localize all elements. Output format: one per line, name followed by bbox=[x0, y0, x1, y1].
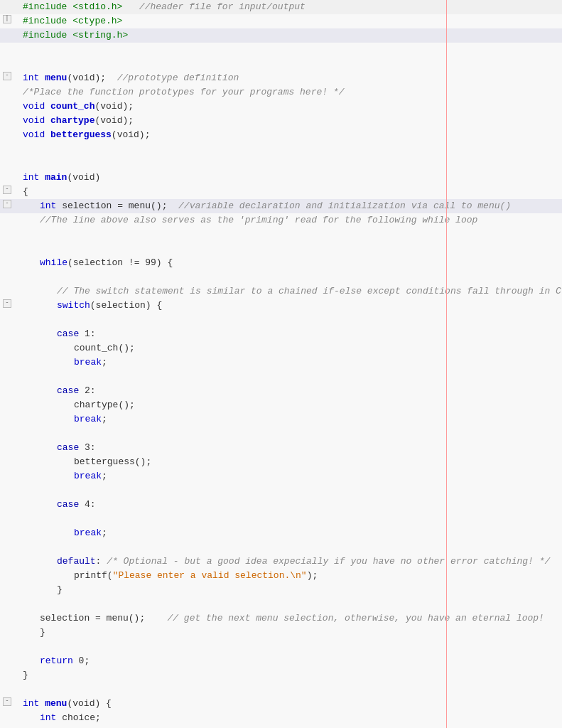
gutter-40 bbox=[0, 555, 14, 555]
line-content-10: void betterguess(void); bbox=[23, 128, 555, 142]
code-line-16: //The line above also serves as the 'pri… bbox=[0, 213, 562, 228]
plain-text: (selection) { bbox=[90, 300, 162, 311]
line-content-7: /*Place the function prototypes for your… bbox=[23, 85, 555, 100]
line-content-47: return 0; bbox=[23, 654, 555, 668]
keyword: int bbox=[40, 712, 56, 723]
line-content-48: } bbox=[23, 668, 555, 682]
function-name: betterguess bbox=[50, 129, 112, 140]
function-name: chartype bbox=[50, 115, 94, 126]
fold-icon-22[interactable]: - bbox=[3, 299, 11, 308]
gutter-51 bbox=[0, 711, 14, 712]
plain-text: { bbox=[23, 186, 28, 197]
code-line-15: - int selection = menu(); //variable dec… bbox=[0, 199, 562, 213]
gutter-44 bbox=[0, 611, 14, 612]
gutter-47 bbox=[0, 654, 14, 655]
gutter-24 bbox=[0, 327, 14, 328]
gutter-38 bbox=[0, 526, 14, 527]
plain-text: betterguess(); bbox=[74, 456, 151, 467]
comment: /*Place the function prototypes for your… bbox=[23, 87, 344, 97]
plain-text: (void); bbox=[67, 73, 117, 83]
comment: /* Optional - but a good idea expecially… bbox=[107, 556, 550, 567]
line-content-8: void count_ch(void); bbox=[23, 100, 555, 114]
fold-icon-15[interactable]: - bbox=[3, 200, 11, 208]
keyword: void bbox=[23, 115, 45, 126]
line-content-21: // The switch statement is similar to a … bbox=[23, 284, 562, 299]
fold-icon-6[interactable]: - bbox=[3, 72, 11, 80]
plain-text: ; bbox=[102, 414, 107, 424]
plain-text: 0; bbox=[73, 655, 90, 666]
code-line-12 bbox=[0, 156, 562, 171]
preprocessor: #include <string.h> bbox=[23, 30, 128, 41]
plain-text: selection = menu(); bbox=[56, 200, 178, 211]
line-content-6: int menu(void); //prototype definition bbox=[23, 71, 555, 85]
gutter-48 bbox=[0, 668, 14, 669]
case-keyword: case bbox=[57, 499, 79, 510]
gutter-41 bbox=[0, 569, 14, 569]
code-line-5 bbox=[0, 57, 562, 71]
code-line-44: selection = menu(); // get the next menu… bbox=[0, 611, 562, 626]
code-line-46 bbox=[0, 640, 562, 654]
gutter-42 bbox=[0, 583, 14, 584]
function-name: main bbox=[45, 172, 67, 183]
line-content-41: printf("Please enter a valid selection.\… bbox=[23, 569, 555, 583]
code-line-50: - int menu(void) { bbox=[0, 697, 562, 711]
plain-text: choice; bbox=[56, 712, 100, 723]
code-line-22: - switch(selection) { bbox=[0, 299, 562, 313]
code-line-18 bbox=[0, 242, 562, 256]
code-line-33: betterguess(); bbox=[0, 455, 562, 469]
line-content-28: case 2: bbox=[23, 384, 555, 398]
comment: // The switch statement is similar to a … bbox=[57, 286, 562, 296]
line-content-50: int menu(void) { bbox=[23, 697, 555, 711]
plain-text: count_ch(); bbox=[74, 343, 135, 353]
fold-icon-14[interactable]: - bbox=[3, 186, 11, 194]
line-content-9: void chartype(void); bbox=[23, 114, 555, 128]
code-line-36: case 4: bbox=[0, 498, 562, 512]
gutter-9 bbox=[0, 114, 14, 114]
line-content-19: while(selection != 99) { bbox=[23, 256, 555, 270]
gutter-15: - bbox=[0, 199, 14, 208]
gutter-36 bbox=[0, 498, 14, 498]
fold-icon-50[interactable]: - bbox=[3, 697, 11, 706]
code-line-28: case 2: bbox=[0, 384, 562, 398]
keyword: int bbox=[23, 698, 39, 709]
case-keyword: case bbox=[57, 442, 79, 453]
code-line-47: return 0; bbox=[0, 654, 562, 668]
keyword: break bbox=[74, 528, 102, 538]
line-content-36: case 4: bbox=[23, 498, 555, 512]
code-line-43 bbox=[0, 597, 562, 611]
plain-text: 2: bbox=[79, 385, 95, 396]
gutter-22: - bbox=[0, 299, 14, 308]
code-line-1: #include <stdio.h> //header file for inp… bbox=[0, 0, 562, 14]
comment: //header file for input/output bbox=[122, 1, 305, 12]
line-content-40: default: /* Optional - but a good idea e… bbox=[23, 555, 555, 569]
line-content-16: //The line above also serves as the 'pri… bbox=[23, 213, 555, 228]
code-line-4 bbox=[0, 43, 562, 57]
code-line-26: break; bbox=[0, 355, 562, 370]
plain-text: (void) bbox=[67, 172, 100, 183]
code-line-24: case 1: bbox=[0, 327, 562, 341]
line-content-51: int choice; bbox=[23, 711, 555, 725]
fold-icon-2[interactable]: | bbox=[3, 15, 11, 23]
line-content-33: betterguess(); bbox=[23, 455, 555, 469]
preprocessor: #include <ctype.h> bbox=[23, 16, 122, 26]
line-content-42: } bbox=[23, 583, 555, 597]
line-content-26: break; bbox=[23, 355, 555, 370]
plain-text: 3: bbox=[79, 442, 95, 453]
code-line-23 bbox=[0, 313, 562, 327]
code-line-29: chartype(); bbox=[0, 398, 562, 412]
code-line-13: int main(void) bbox=[0, 171, 562, 185]
plain-text: ; bbox=[102, 471, 107, 481]
gutter-10 bbox=[0, 128, 14, 129]
gutter-26 bbox=[0, 355, 14, 356]
code-line-17 bbox=[0, 228, 562, 242]
keyword: return bbox=[40, 655, 73, 666]
comment: // get the next menu selection, otherwis… bbox=[167, 613, 544, 623]
function-name: menu bbox=[45, 73, 67, 83]
case-keyword: case bbox=[57, 385, 79, 396]
gutter-30 bbox=[0, 412, 14, 413]
code-line-52: printf("**************************\n"); bbox=[0, 725, 562, 728]
plain-text: selection = menu(); bbox=[40, 613, 167, 623]
plain-text: (void); bbox=[94, 101, 134, 112]
code-line-31 bbox=[0, 427, 562, 441]
plain-text: 4: bbox=[79, 499, 95, 510]
